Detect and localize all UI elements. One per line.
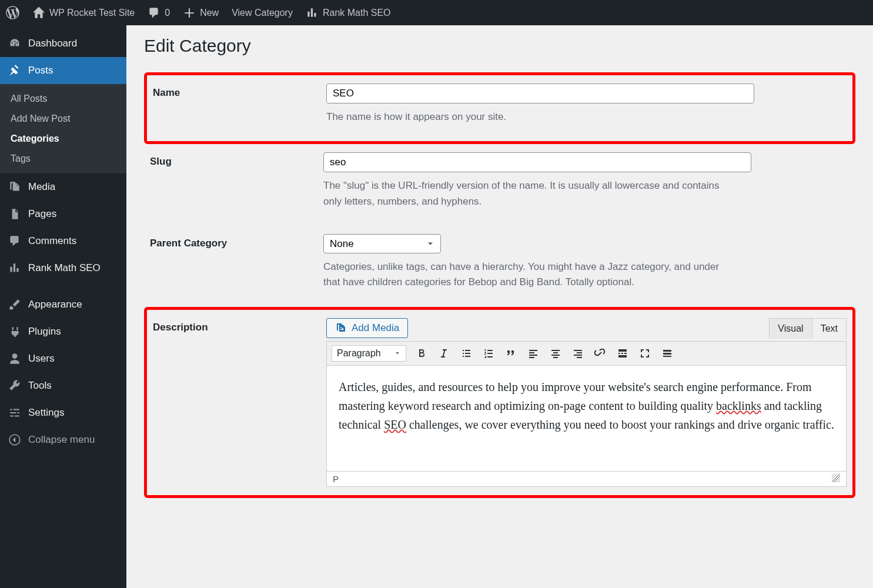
menu-users[interactable]: Users (0, 345, 126, 372)
menu-media[interactable]: Media (0, 173, 126, 201)
number-list-button[interactable] (481, 346, 496, 360)
page-title: Edit Category (144, 36, 855, 56)
comment-icon (148, 6, 160, 19)
site-name: WP Rocket Test Site (49, 8, 135, 18)
menu-appearance[interactable]: Appearance (0, 291, 126, 318)
parent-select[interactable]: None (323, 234, 441, 253)
submenu-tags[interactable]: Tags (0, 149, 126, 169)
submenu-categories[interactable]: Categories (0, 129, 126, 149)
parent-help: Categories, unlike tags, can have a hier… (323, 259, 735, 290)
user-icon (8, 352, 21, 365)
menu-tools[interactable]: Tools (0, 372, 126, 399)
name-label: Name (153, 83, 326, 125)
dashboard-icon (8, 37, 21, 50)
collapse-menu[interactable]: Collapse menu (0, 426, 126, 453)
collapse-icon (8, 433, 21, 446)
name-help: The name is how it appears on your site. (326, 109, 738, 125)
menu-pages[interactable]: Pages (0, 201, 126, 228)
pin-icon (8, 64, 21, 77)
posts-submenu: All Posts Add New Post Categories Tags (0, 84, 126, 173)
view-category-link[interactable]: View Category (232, 8, 293, 18)
comment-count: 0 (165, 8, 170, 18)
tab-visual[interactable]: Visual (769, 318, 812, 339)
menu-settings[interactable]: Settings (0, 399, 126, 426)
menu-posts[interactable]: Posts (0, 57, 126, 84)
link-button[interactable] (593, 346, 607, 360)
slug-input[interactable] (323, 152, 751, 172)
wp-logo-menu[interactable] (6, 6, 19, 19)
toolbar-toggle-button[interactable] (660, 346, 674, 360)
description-editor[interactable]: Articles, guides, and resources to help … (326, 366, 847, 472)
new-content-link[interactable]: New (183, 6, 219, 19)
chart-icon (306, 6, 319, 19)
chevron-down-icon (394, 350, 401, 357)
quote-button[interactable] (504, 346, 518, 360)
editor-toolbar: Paragraph (326, 341, 847, 366)
pages-icon (8, 208, 21, 220)
slug-help: The "slug" is the URL-friendly version o… (323, 178, 735, 209)
tab-text[interactable]: Text (812, 318, 847, 339)
menu-rankmath[interactable]: Rank Math SEO (0, 255, 126, 282)
element-path[interactable]: P (333, 474, 339, 484)
bold-button[interactable] (414, 346, 429, 360)
align-center-button[interactable] (548, 346, 563, 360)
fullscreen-button[interactable] (638, 346, 652, 360)
menu-comments[interactable]: Comments (0, 228, 126, 255)
sliders-icon (8, 406, 21, 419)
parent-field-row: Parent Category None Categories, unlike … (144, 226, 855, 307)
name-input[interactable] (326, 83, 754, 103)
main-content: Edit Category Name The name is how it ap… (126, 25, 873, 588)
description-field-row: Description Add Media Visual Text Paragr… (144, 307, 855, 498)
media-icon (8, 181, 21, 193)
align-right-button[interactable] (571, 346, 585, 360)
plug-icon (8, 325, 21, 338)
home-icon (32, 6, 45, 19)
add-media-button[interactable]: Add Media (326, 318, 408, 338)
new-label: New (200, 8, 219, 18)
resize-handle[interactable] (832, 474, 840, 482)
format-select[interactable]: Paragraph (332, 345, 406, 362)
menu-plugins[interactable]: Plugins (0, 318, 126, 345)
name-field-row: Name The name is how it appears on your … (144, 72, 855, 144)
submenu-all-posts[interactable]: All Posts (0, 89, 126, 109)
readmore-button[interactable] (616, 346, 630, 360)
submenu-add-new-post[interactable]: Add New Post (0, 109, 126, 129)
menu-dashboard[interactable]: Dashboard (0, 30, 126, 57)
comment-icon (8, 235, 21, 248)
wrench-icon (8, 379, 21, 392)
slug-label: Slug (150, 152, 323, 209)
chart-icon (8, 262, 21, 275)
rankmath-toolbar-link[interactable]: Rank Math SEO (306, 6, 391, 19)
italic-button[interactable] (437, 346, 451, 360)
description-label: Description (153, 318, 326, 487)
comments-link[interactable]: 0 (148, 6, 170, 19)
admin-sidebar: Dashboard Posts All Posts Add New Post C… (0, 25, 126, 588)
slug-field-row: Slug The "slug" is the URL-friendly vers… (144, 144, 855, 226)
plus-icon (183, 6, 196, 19)
brush-icon (8, 298, 21, 311)
media-icon (335, 322, 347, 334)
parent-label: Parent Category (150, 234, 323, 290)
align-left-button[interactable] (526, 346, 540, 360)
editor-statusbar: P (326, 472, 847, 487)
admin-toolbar: WP Rocket Test Site 0 New View Category … (0, 0, 873, 25)
bullet-list-button[interactable] (459, 346, 473, 360)
wordpress-icon (6, 6, 19, 19)
site-name-link[interactable]: WP Rocket Test Site (32, 6, 135, 19)
